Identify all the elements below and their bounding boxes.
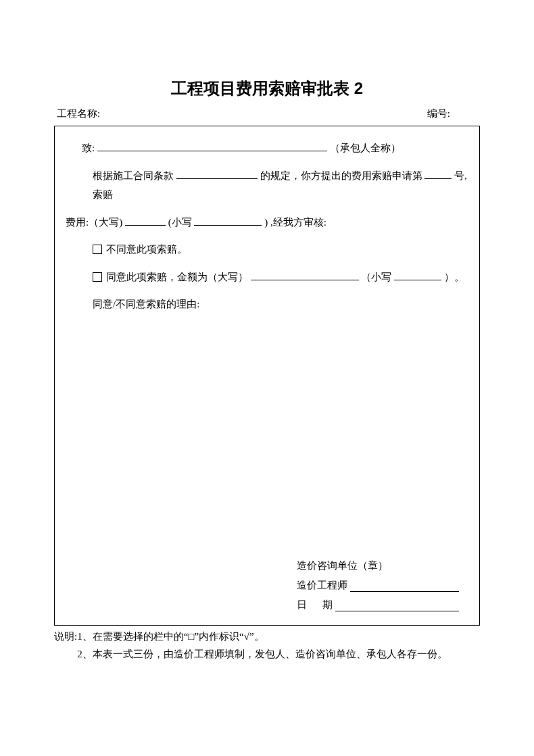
checkbox-agree[interactable] [93, 272, 102, 282]
date-field[interactable] [335, 601, 460, 611]
para2-b: (小写 [168, 217, 192, 228]
agree-amount-num-field[interactable] [394, 270, 441, 280]
notes-label: 说明: [54, 628, 77, 663]
amount-num-field[interactable] [194, 216, 262, 226]
para1-a: 根据施工合同条款 [93, 170, 174, 181]
opt2-c: ）。 [444, 272, 464, 282]
opt2-a: 同意此项索赔，金额为（大写） [106, 272, 248, 282]
paragraph-1: 根据施工合同条款 的规定，你方提出的费用索赔申请第 号,索赔 [60, 166, 474, 205]
signature-block: 造价咨询单位（章） 造价工程师 日 期 [297, 559, 459, 618]
form-box: 致: （承包人全称） 根据施工合同条款 的规定，你方提出的费用索赔申请第 号,索… [54, 126, 480, 626]
checkbox-disagree[interactable] [93, 245, 102, 254]
notes-section: 说明: 1、在需要选择的栏中的“□”内作标识“√”。 2、本表一式三份，由造价工… [54, 628, 480, 663]
serial-number-label: 编号: [427, 107, 477, 120]
amount-cn-field[interactable] [125, 216, 166, 226]
note-item-1: 1、在需要选择的栏中的“□”内作标识“√”。 [77, 628, 480, 646]
date-label: 日 期 [297, 599, 333, 611]
project-name-label: 工程名称: [57, 107, 100, 120]
paragraph-2: 费用:（大写) (小写 ) ,经我方审核: [60, 213, 474, 232]
para2-c: ) ,经我方审核: [264, 217, 326, 228]
claim-number-field[interactable] [424, 169, 452, 179]
para1-b: 的规定，你方提出的费用索赔申请第 [260, 170, 422, 181]
option-agree: 同意此项索赔，金额为（大写） （小写 ）。 [60, 268, 474, 287]
reason-label: 同意/不同意索赔的理由: [60, 295, 474, 314]
addressee-line: 致: （承包人全称） [60, 138, 474, 158]
para2-a: 费用:（大写) [66, 217, 122, 228]
header-row: 工程名称: 编号: [54, 107, 480, 120]
opt1-text: 不同意此项索赔。 [106, 244, 187, 255]
consult-unit-label: 造价咨询单位（章） [297, 559, 388, 572]
contractor-name-field[interactable] [97, 141, 327, 151]
to-prefix: 致: [82, 143, 95, 153]
engineer-sign-field[interactable] [350, 582, 459, 592]
contract-clause-field[interactable] [176, 169, 258, 179]
note-item-2: 2、本表一式三份，由造价工程师填制，发包人、造价咨询单位、承包人各存一份。 [77, 646, 480, 663]
to-suffix: （承包人全称） [330, 143, 401, 153]
agree-amount-cn-field[interactable] [251, 270, 359, 280]
form-title: 工程项目费用索赔审批表 2 [54, 78, 480, 99]
engineer-label: 造价工程师 [297, 579, 347, 592]
option-disagree: 不同意此项索赔。 [60, 240, 474, 259]
opt2-b: （小写 [361, 272, 391, 282]
